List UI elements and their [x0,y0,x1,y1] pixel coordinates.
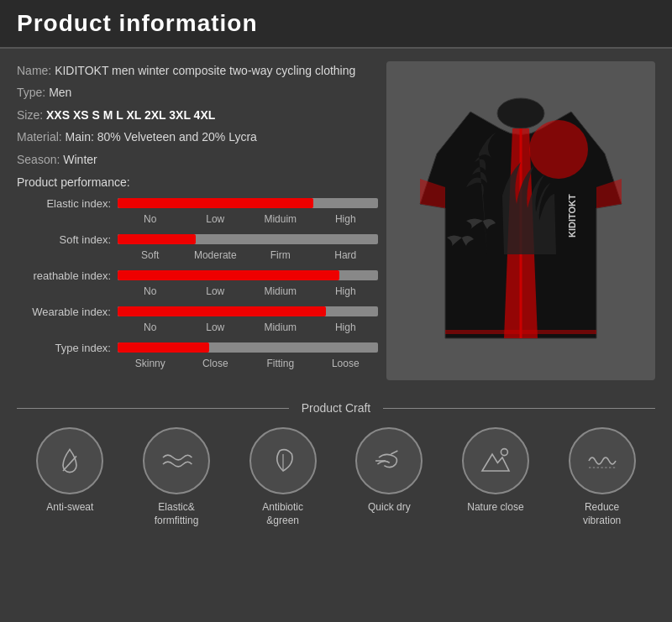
scale-label: Close [183,358,249,369]
index-block: Wearable index:NoLowMidiumHigh [17,306,378,337]
index-bar-container [118,270,378,280]
index-label: Elastic index: [17,197,118,210]
svg-point-2 [529,120,588,179]
craft-icon-circle [569,427,636,494]
scale-label: Low [183,213,249,225]
name-label: Name: [17,64,51,77]
scale-label: Midium [248,285,313,297]
type-label: Type: [17,86,45,99]
scale-label: Firm [248,249,313,261]
header: Product information [0,0,672,49]
season-value: Winter [63,153,97,166]
svg-text:KIDITOKT: KIDITOKT [567,194,577,238]
index-label: Type index: [17,342,118,354]
index-scale-labels: SkinnyCloseFittingLoose [118,356,378,373]
scale-label: Fitting [248,358,313,369]
craft-icon-circle [355,427,423,494]
craft-item-label: Nature close [467,501,523,515]
main-content: Name: KIDITOKT men winter composite two-… [0,49,672,393]
index-row: Wearable index: [17,306,378,318]
index-block: Type index:SkinnyCloseFittingLoose [17,342,378,373]
index-bar-fill [118,342,209,353]
index-label: Soft index: [17,233,118,246]
craft-icons: Anti-sweat Elastic& formfitting Antibiot… [17,427,655,527]
performance-title: Product performance: [17,175,378,189]
craft-item: Quick dry [343,427,435,515]
craft-item-label: Reduce vibration [583,501,621,527]
craft-icon-circle [462,427,529,494]
size-values: XXS XS S M L XL 2XL 3XL 4XL [46,108,215,122]
info-panel: Name: KIDITOKT men winter composite two-… [17,61,378,380]
index-label: reathable index: [17,269,118,282]
scale-label: Loose [313,358,379,369]
index-bar-container [118,234,378,244]
scale-label: High [313,321,379,333]
indices-container: Elastic index:NoLowMiduimHighSoft index:… [17,197,378,373]
jersey-image-panel: KIDITOKT [386,61,655,380]
scale-label: Skinny [118,358,183,369]
material-label: Material: [17,130,62,144]
index-row: Soft index: [17,233,378,246]
craft-icon-circle [36,427,103,494]
jersey-illustration: KIDITOKT [412,86,630,355]
svg-point-0 [497,98,544,128]
craft-title: Product Craft [289,401,383,415]
index-bar-container [118,198,378,208]
craft-item: Anti-sweat [24,427,116,515]
index-scale-labels: SoftModerateFirmHard [118,248,378,264]
index-bar-fill [118,270,339,280]
scale-label: No [118,321,183,333]
index-block: Elastic index:NoLowMiduimHigh [17,197,378,228]
scale-label: High [313,213,379,225]
index-row: reathable index: [17,269,378,282]
craft-item-label: Elastic& formfitting [155,501,199,527]
craft-item: Nature close [449,427,542,515]
scale-label: Midium [248,321,313,333]
scale-label: Low [183,285,249,297]
index-scale-labels: NoLowMidiumHigh [118,284,378,301]
page-title: Product information [17,10,655,37]
season-label: Season: [17,153,60,166]
scale-label: No [118,213,183,225]
index-block: Soft index:SoftModerateFirmHard [17,233,378,264]
index-scale-labels: NoLowMidiumHigh [118,320,378,337]
craft-item: Elastic& formfitting [130,427,223,527]
craft-divider: Product Craft [17,401,655,415]
scale-label: Soft [118,249,183,261]
svg-point-7 [501,449,507,456]
craft-icon-circle [249,427,317,494]
craft-icon-circle [143,427,210,494]
craft-item: Reduce vibration [556,427,648,527]
product-name-row: Name: KIDITOKT men winter composite two-… [17,61,378,80]
index-bar-container [118,306,378,316]
index-bar-fill [118,198,313,208]
scale-label: Moderate [183,249,249,261]
scale-label: Miduim [248,213,313,225]
scale-label: Low [183,321,249,333]
index-bar-fill [118,234,196,244]
size-row: Size: XXS XS S M L XL 2XL 3XL 4XL [17,106,378,124]
scale-label: High [313,285,379,297]
craft-item-label: Antibiotic &green [262,501,303,527]
scale-label: No [118,285,183,297]
index-scale-labels: NoLowMiduimHigh [118,212,378,228]
craft-section: Product Craft Anti-sweat Elastic& formfi… [0,393,672,544]
svg-rect-4 [445,330,596,334]
index-bar-container [118,342,378,353]
craft-item-label: Quick dry [368,501,411,515]
scale-label: Hard [313,249,379,261]
season-row: Season: Winter [17,150,378,169]
type-value: Men [49,86,71,99]
material-value: Main: 80% Velveteen and 20% Lycra [66,130,257,144]
index-label: Wearable index: [17,306,118,318]
index-row: Elastic index: [17,197,378,210]
material-row: Material: Main: 80% Velveteen and 20% Ly… [17,128,378,146]
index-row: Type index: [17,342,378,354]
type-row: Type: Men [17,83,378,102]
size-label: Size: [17,108,43,122]
index-bar-fill [118,306,326,316]
product-name-value: KIDITOKT men winter composite two-way cy… [55,64,355,77]
index-block: reathable index:NoLowMidiumHigh [17,269,378,301]
craft-item: Antibiotic &green [237,427,329,527]
craft-item-label: Anti-sweat [46,501,93,515]
